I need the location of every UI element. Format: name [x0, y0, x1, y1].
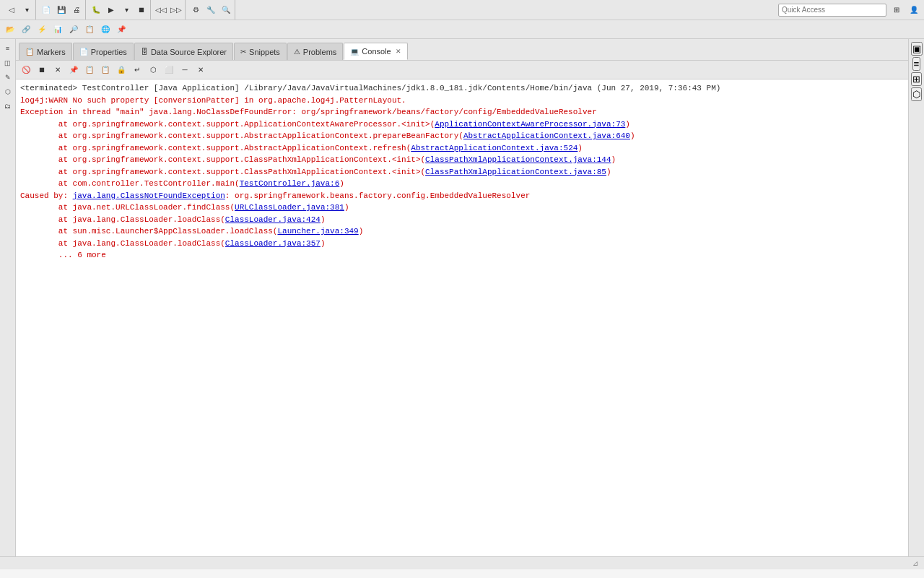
link-caused[interactable]: java.lang.ClassNotFoundException [73, 191, 225, 200]
terminated-line: <terminated> TestController [Java Applic… [20, 82, 904, 95]
console-remove-button[interactable]: ✕ [51, 63, 65, 77]
sidebar-btn-3[interactable]: ✎ [1, 71, 14, 84]
link-10[interactable]: ClassLoader.java:357 [225, 239, 321, 248]
tab-data-source-explorer[interactable]: 🗄 Data Source Explorer [134, 43, 233, 60]
tb2-btn6[interactable]: 📋 [82, 22, 97, 37]
problems-tab-icon: ⚠ [294, 48, 300, 56]
tab-markers[interactable]: 📋 Markers [19, 43, 72, 60]
run-dropdown[interactable]: ▾ [119, 3, 134, 17]
console-tab-close[interactable]: ✕ [396, 48, 401, 55]
tab-problems-label: Problems [303, 48, 336, 56]
link-6[interactable]: TestController.java:6 [240, 179, 340, 188]
tb2-btn5[interactable]: 🔎 [66, 22, 81, 37]
resize-handle[interactable]: ⊿ [912, 559, 918, 567]
run-button[interactable]: ▶ [104, 3, 118, 17]
next-button[interactable]: ▷▷ [169, 3, 183, 17]
tb2-btn7[interactable]: 🌐 [98, 22, 113, 37]
console-tab-icon: 💻 [350, 48, 359, 56]
tab-data-source-label: Data Source Explorer [151, 48, 227, 56]
tool3-button[interactable]: 🔍 [219, 3, 233, 17]
console-close-button[interactable]: ✕ [193, 63, 208, 77]
tab-bar: 📋 Markers 📄 Properties 🗄 Data Source Exp… [16, 39, 908, 61]
right-sidebar-btn-4[interactable]: ⬡ [911, 87, 922, 101]
right-sidebar-btn-2[interactable]: ≡ [912, 57, 921, 71]
console-minimize-button[interactable]: ─ [178, 63, 192, 77]
console-stack-7: at java.net.URLClassLoader.findClass(URL… [20, 202, 904, 214]
console-stack-1: at org.springframework.context.support.A… [20, 118, 904, 131]
console-word-wrap-button[interactable]: ↵ [130, 63, 144, 77]
right-sidebar: ▣ ≡ ⊞ ⬡ [908, 39, 924, 556]
toolbar-group-run: 🐛 ▶ ▾ ⏹ [87, 0, 151, 20]
console-stack-4: at org.springframework.context.support.C… [20, 154, 904, 166]
toolbar-second: 📂 🔗 ⚡ 📊 🔎 📋 🌐 📌 [0, 20, 924, 39]
tab-bar-area: 📋 Markers 📄 Properties 🗄 Data Source Exp… [16, 39, 908, 556]
link-4[interactable]: ClassPathXmlApplicationContext.java:144 [425, 155, 611, 164]
console-terminate-button[interactable]: ⏹ [35, 63, 49, 77]
markers-tab-icon: 📋 [25, 48, 34, 56]
tool2-button[interactable]: 🔧 [204, 3, 218, 17]
console-stack-8: at java.lang.ClassLoader.loadClass(Class… [20, 214, 904, 226]
console-stack-5: at org.springframework.context.support.C… [20, 166, 904, 178]
console-open-button[interactable]: ⬡ [146, 63, 160, 77]
back-button[interactable]: ◁ [4, 3, 19, 17]
console-more: ... 6 more [20, 249, 904, 262]
link-8[interactable]: ClassLoader.java:424 [225, 215, 321, 224]
sidebar-btn-2[interactable]: ◫ [1, 56, 14, 69]
console-stack-9: at sun.misc.Launcher$AppClassLoader.load… [20, 225, 904, 238]
console-clear-button[interactable]: 🚫 [19, 63, 33, 77]
console-output[interactable]: <terminated> TestController [Java Applic… [16, 79, 908, 556]
link-9[interactable]: Launcher.java:349 [277, 227, 358, 236]
console-stack-2: at org.springframework.context.support.A… [20, 130, 904, 142]
new-button[interactable]: 📄 [39, 3, 53, 17]
right-sidebar-btn-3[interactable]: ⊞ [911, 72, 922, 86]
console-maximize-button[interactable]: ⬜ [162, 63, 176, 77]
link-3[interactable]: AbstractApplicationContext.java:524 [411, 144, 578, 152]
left-sidebar: ≡ ◫ ✎ ⬡ 🗂 [0, 39, 16, 556]
console-caused-by: Caused by: java.lang.ClassNotFoundExcept… [20, 190, 904, 202]
link-5[interactable]: ClassPathXmlApplicationContext.java:85 [425, 168, 606, 176]
sidebar-btn-5[interactable]: 🗂 [1, 100, 14, 113]
tool1-button[interactable]: ⚙ [188, 3, 203, 17]
toolbar-group-nav2: ◁◁ ▷▷ [152, 0, 186, 20]
quick-access-input[interactable] [778, 4, 886, 17]
toolbar-group-nav: ◁ ▾ [3, 0, 36, 20]
link-7[interactable]: URLClassLoader.java:381 [235, 203, 344, 212]
tb2-btn8[interactable]: 📌 [114, 22, 128, 37]
stop-button[interactable]: ⏹ [134, 3, 149, 17]
tb2-btn2[interactable]: 🔗 [19, 22, 33, 37]
tb2-btn4[interactable]: 📊 [51, 22, 65, 37]
console-wrapper: <terminated> TestController [Java Applic… [16, 79, 908, 556]
tab-snippets[interactable]: ✂ Snippets [234, 43, 287, 60]
tab-console-label: Console [362, 47, 391, 56]
sidebar-btn-1[interactable]: ≡ [1, 42, 14, 55]
data-source-tab-icon: 🗄 [141, 48, 148, 56]
toolbar-top: ◁ ▾ 📄 💾 🖨 🐛 ▶ ▾ ⏹ ◁◁ ▷▷ ⚙ 🔧 🔍 ⊞ 👤 [0, 0, 924, 20]
tab-markers-label: Markers [37, 48, 66, 56]
tb2-btn3[interactable]: ⚡ [35, 22, 49, 37]
save-button[interactable]: 💾 [54, 3, 69, 17]
right-sidebar-btn-1[interactable]: ▣ [911, 42, 923, 56]
link-2[interactable]: AbstractApplicationContext.java:640 [463, 131, 630, 140]
toolbar-group-tools: ⚙ 🔧 🔍 [187, 0, 235, 20]
user-button[interactable]: 👤 [907, 3, 921, 17]
console-stack-3: at org.springframework.context.support.A… [20, 142, 904, 155]
console-pin-button[interactable]: 📌 [66, 63, 81, 77]
console-scroll-lock-button[interactable]: 🔒 [114, 63, 128, 77]
dropdown-button[interactable]: ▾ [19, 3, 34, 17]
properties-tab-icon: 📄 [79, 48, 88, 56]
debug-button[interactable]: 🐛 [89, 3, 103, 17]
tab-console[interactable]: 💻 Console ✕ [344, 43, 407, 60]
console-paste-button[interactable]: 📋 [98, 63, 113, 77]
print-button[interactable]: 🖨 [69, 3, 84, 17]
tab-problems[interactable]: ⚠ Problems [287, 43, 343, 60]
sidebar-btn-4[interactable]: ⬡ [1, 85, 14, 98]
console-error-main: Exception in thread "main" java.lang.NoC… [20, 106, 904, 118]
tb2-btn1[interactable]: 📂 [3, 22, 17, 37]
perspective-button[interactable]: ⊞ [889, 3, 904, 17]
console-toolbar: 🚫 ⏹ ✕ 📌 📋 📋 🔒 ↵ ⬡ ⬜ ─ ✕ [16, 61, 908, 79]
prev-button[interactable]: ◁◁ [154, 3, 168, 17]
console-copy-button[interactable]: 📋 [82, 63, 97, 77]
snippets-tab-icon: ✂ [240, 48, 246, 56]
link-1[interactable]: ApplicationContextAwareProcessor.java:73 [435, 120, 625, 129]
tab-properties[interactable]: 📄 Properties [73, 43, 134, 60]
